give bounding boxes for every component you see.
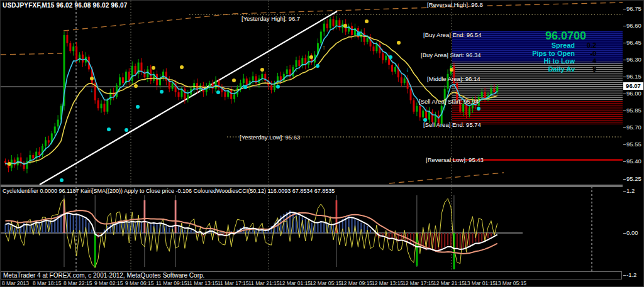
- price-tick: 96.30: [626, 56, 641, 63]
- price-chart-area[interactable]: ↓↓↑ USDJPYFXF,M15 96.02 96.08 96.02 96.0…: [1, 1, 623, 185]
- fast-ma-line: [6, 26, 497, 165]
- status-bar: MetaTrader 4 at FOREX.com, c 2001-2012, …: [1, 271, 622, 279]
- time-tick: 9 Mar 02:15: [94, 280, 123, 286]
- price-axis[interactable]: 96.7596.6096.4596.3096.1596.0095.8595.70…: [623, 1, 644, 287]
- hi-to-low-value: 4: [575, 57, 596, 65]
- level-label-reversal-low[interactable]: [Reversal Low]: 95.43: [426, 156, 484, 163]
- signal-dot-yellow: [180, 65, 184, 69]
- signal-dot-yellow: [90, 77, 94, 80]
- time-tick: 11 Mar 17:15: [218, 280, 248, 286]
- level-label-middle-area[interactable]: [Middle Area]: 96.14: [427, 75, 480, 82]
- signal-dot-cyan: [316, 64, 319, 68]
- level-label-yesterday-low[interactable]: [Yesterday Low]: 95.63: [240, 134, 300, 141]
- sell-arrow-icon: ↓: [91, 87, 94, 94]
- hi-to-low-label: Hi to Low: [544, 57, 575, 65]
- time-tick: 11 Mar 21:15: [248, 280, 279, 286]
- panel-divider[interactable]: [1, 185, 623, 187]
- signal-dot-cyan: [243, 85, 247, 89]
- signal-dot-yellow: [232, 79, 236, 82]
- signal-dot-yellow: [152, 66, 155, 70]
- sell-arrow-icon: ↓: [406, 66, 409, 73]
- spread-label: Spread: [552, 41, 575, 50]
- current-price-tag: 96.07: [623, 82, 643, 90]
- price-tick: 96.15: [626, 73, 641, 80]
- time-tick: 11 Mar 13:15: [187, 280, 218, 286]
- price-tick: 95.85: [626, 107, 641, 114]
- time-tick: 8 Mar 22:15: [64, 280, 92, 286]
- signal-dot-yellow: [8, 162, 11, 166]
- indicator-axis-top: 1.2: [626, 187, 635, 194]
- daily-av-value: 9: [575, 65, 596, 73]
- price-tick: 96.75: [626, 5, 641, 12]
- price-tick: 95.40: [626, 158, 641, 165]
- price-tick: 95.70: [626, 124, 641, 131]
- trade-info-panel: 96.0700 Spread 0.2 Pips to Open -0 Hi to…: [439, 30, 596, 73]
- time-tick: 12 Mar 09:15: [341, 280, 372, 286]
- price-tick: 95.25: [626, 175, 641, 182]
- info-row-pips-to-open: Pips to Open -0: [439, 50, 596, 58]
- signal-dot-yellow: [309, 55, 313, 59]
- signal-dot-cyan: [60, 178, 64, 182]
- time-axis[interactable]: 8 Mar 20138 Mar 18:158 Mar 22:159 Mar 02…: [1, 279, 644, 287]
- signal-dot-cyan: [125, 128, 128, 132]
- time-tick: 11 Mar 09:15: [156, 280, 187, 286]
- signal-dot-yellow: [343, 24, 347, 28]
- candlestick-chart[interactable]: ↓↓↑: [1, 1, 623, 185]
- info-row-daily-av: Daily Av 9: [439, 65, 596, 73]
- signal-dot-yellow: [260, 68, 264, 72]
- time-tick: 13 Mar 01:15: [464, 280, 496, 286]
- symbol-ohlc-header: USDJPYFXF,M15 96.02 96.08 96.02 96.07: [3, 2, 128, 9]
- pips-to-open-label: Pips to Open: [532, 50, 575, 58]
- level-label-sell-end[interactable]: [Sell Area] End: 95.74: [423, 121, 481, 128]
- price-tick: 96.45: [626, 39, 641, 46]
- signal-dot-cyan: [136, 105, 140, 109]
- spread-value: 0.2: [575, 41, 596, 50]
- pips-to-open-value: -0: [575, 50, 596, 58]
- signal-dot-yellow: [365, 19, 369, 23]
- indicator-subwindow[interactable]: CycleIdentifier 0.0000 96.1187 Kairi[SMA…: [1, 187, 623, 271]
- signal-dot-cyan: [477, 107, 480, 111]
- time-tick: 8 Mar 18:15: [33, 280, 61, 286]
- indicator-axis-bottom: -1.2: [626, 271, 636, 278]
- time-tick: 12 Mar 01:15: [279, 280, 311, 286]
- indicator-header: CycleIdentifier 0.0000 96.1187 Kairi[SMA…: [3, 188, 335, 194]
- current-price-readout: 96.0700: [439, 30, 596, 41]
- level-label-reversal-high[interactable]: [Reversal High]: 96.8: [427, 1, 483, 8]
- oscillator-chart[interactable]: [1, 187, 623, 271]
- time-tick: 12 Mar 21:15: [433, 280, 465, 286]
- signal-dot-cyan: [216, 90, 220, 94]
- time-tick: 8 Mar 2013: [2, 280, 29, 286]
- buy-arrow-icon: ↑: [323, 44, 326, 51]
- signal-dot-cyan: [276, 85, 280, 89]
- signal-dot-cyan: [389, 55, 392, 59]
- status-text: MetaTrader 4 at FOREX.com, c 2001-2012, …: [3, 272, 204, 279]
- indicator-axis-zero: 0.00: [626, 229, 638, 236]
- info-row-hi-to-low: Hi to Low 4: [439, 57, 596, 65]
- level-label-sell-start[interactable]: [Sell Area] Start: 95.94: [419, 98, 479, 105]
- signal-dot-cyan: [160, 90, 164, 94]
- signal-dot-cyan: [107, 127, 111, 131]
- time-tick: 13 Mar 05:15: [495, 280, 526, 286]
- mt4-chart-window: ↓↓↑ USDJPYFXF,M15 96.02 96.08 96.02 96.0…: [0, 0, 644, 287]
- signal-dot-cyan: [357, 32, 360, 36]
- signal-dot-yellow: [134, 84, 138, 88]
- channel-bottom-line: [389, 173, 504, 183]
- level-label-yesterday-high[interactable]: [Yesterday High]: 96.7: [242, 15, 300, 22]
- daily-av-label: Daily Av: [548, 65, 575, 73]
- info-row-spread: Spread 0.2: [439, 41, 596, 50]
- price-tick: 95.55: [626, 141, 641, 148]
- time-tick: 12 Mar 17:15: [402, 280, 434, 286]
- time-tick: 12 Mar 05:15: [310, 280, 341, 286]
- time-tick: 12 Mar 13:15: [372, 280, 403, 286]
- signal-dot-yellow: [397, 41, 401, 45]
- price-tick: 96.60: [626, 22, 641, 29]
- price-tick: 96.00: [626, 90, 641, 97]
- time-tick: 9 Mar 06:15: [125, 280, 153, 286]
